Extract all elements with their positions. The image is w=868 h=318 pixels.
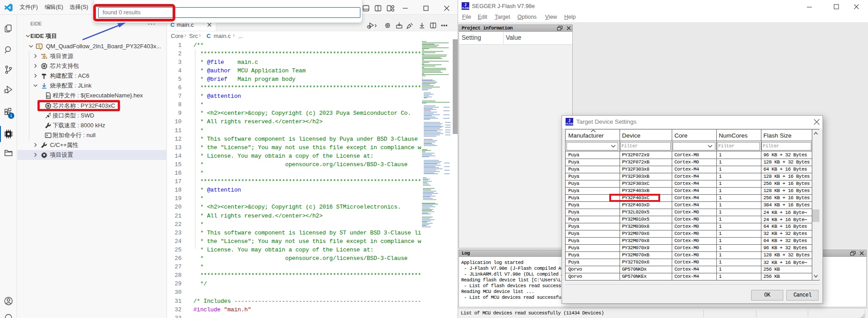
svg-text:01: 01 <box>47 95 50 98</box>
